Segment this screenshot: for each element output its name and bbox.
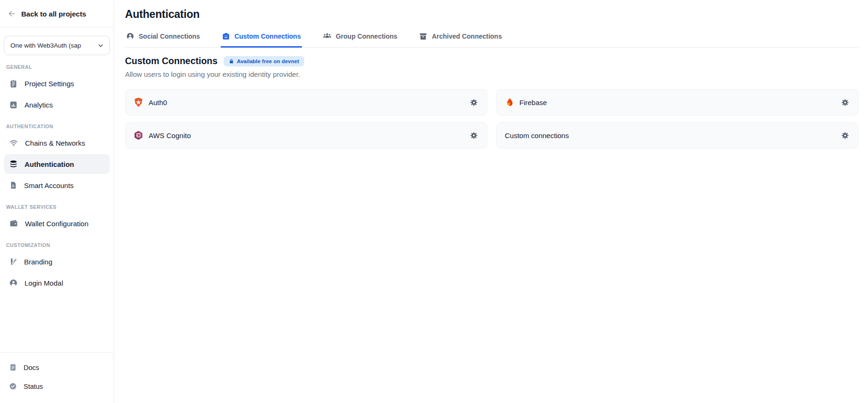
custom-connections-settings-button[interactable] bbox=[840, 131, 850, 140]
aws-cognito-settings-button[interactable] bbox=[469, 131, 479, 140]
sidebar-item-label: Authentication bbox=[25, 160, 74, 168]
sidebar-item-smart-accounts[interactable]: Smart Accounts bbox=[4, 175, 110, 195]
file-icon bbox=[9, 181, 17, 189]
lock-icon bbox=[229, 58, 234, 64]
tab-label: Archived Connections bbox=[432, 33, 502, 40]
sidebar-item-docs[interactable]: Docs bbox=[4, 359, 110, 376]
firebase-settings-button[interactable] bbox=[840, 98, 850, 107]
sidebar-spacer bbox=[0, 294, 114, 352]
wallet-icon bbox=[9, 219, 18, 228]
sidebar-item-label: Chains & Networks bbox=[25, 139, 85, 147]
sidebar-item-login-modal[interactable]: Login Modal bbox=[4, 273, 110, 293]
tab-group-connections[interactable]: Group Connections bbox=[322, 31, 399, 48]
devnet-badge-label: Available free on devnet bbox=[237, 58, 299, 64]
user-circle-icon bbox=[126, 32, 134, 41]
sidebar-item-label: Analytics bbox=[25, 101, 53, 109]
card-label: AWS Cognito bbox=[149, 132, 191, 140]
users-icon bbox=[323, 32, 332, 41]
back-label: Back to all projects bbox=[21, 10, 86, 18]
back-to-projects-button[interactable]: Back to all projects bbox=[0, 0, 114, 27]
sidebar-item-label: Docs bbox=[24, 364, 39, 371]
tab-social-connections[interactable]: Social Connections bbox=[125, 31, 201, 48]
auth0-logo bbox=[134, 97, 143, 107]
section-header-general: GENERAL bbox=[6, 64, 108, 70]
sidebar-item-label: Smart Accounts bbox=[24, 181, 74, 189]
main-content: Authentication Social Connections bbox=[114, 0, 868, 148]
section-header-customization: CUSTOMIZATION bbox=[6, 242, 108, 248]
card-label: Custom connections bbox=[505, 132, 569, 140]
sidebar-item-label: Project Settings bbox=[25, 80, 74, 88]
sidebar-item-wallet-configuration[interactable]: Wallet Configuration bbox=[4, 214, 110, 233]
brush-icon bbox=[9, 257, 17, 266]
sidebar-item-label: Login Modal bbox=[25, 279, 63, 287]
page-title: Authentication bbox=[125, 8, 859, 21]
bar-chart-icon bbox=[9, 100, 18, 109]
tab-bar: Social Connections Custom Connections bbox=[125, 31, 859, 48]
gear-icon bbox=[470, 132, 478, 140]
card-label: Auth0 bbox=[149, 99, 167, 107]
sidebar-item-label: Status bbox=[24, 383, 43, 390]
tab-custom-connections[interactable]: Custom Connections bbox=[221, 31, 302, 48]
firebase-logo bbox=[505, 97, 514, 107]
gear-icon bbox=[841, 99, 849, 107]
user-circle-icon bbox=[9, 279, 18, 288]
sidebar: Back to all projects One with Web3Auth (… bbox=[0, 0, 114, 403]
tab-label: Group Connections bbox=[336, 33, 398, 40]
sidebar-item-project-settings[interactable]: Project Settings bbox=[4, 74, 110, 93]
archive-icon bbox=[419, 32, 427, 41]
sidebar-item-label: Wallet Configuration bbox=[25, 220, 89, 228]
sidebar-nav: GENERAL Project Settings bbox=[0, 55, 114, 294]
card-auth0[interactable]: Auth0 bbox=[125, 89, 487, 115]
connections-grid: Auth0 bbox=[125, 89, 859, 148]
chevron-down-icon bbox=[97, 42, 104, 49]
card-label: Firebase bbox=[519, 99, 547, 107]
devnet-badge: Available free on devnet bbox=[224, 56, 304, 66]
tab-archived-connections[interactable]: Archived Connections bbox=[418, 31, 503, 48]
auth0-settings-button[interactable] bbox=[469, 98, 479, 107]
gear-icon bbox=[470, 99, 478, 107]
clipboard-icon bbox=[9, 79, 18, 88]
section-header-wallet-services: WALLET SERVICES bbox=[6, 204, 108, 210]
wifi-icon bbox=[9, 138, 18, 148]
card-firebase[interactable]: Firebase bbox=[496, 89, 859, 115]
card-custom-connections[interactable]: Custom connections bbox=[496, 122, 859, 148]
section-subtitle: Allow users to login using your existing… bbox=[125, 70, 859, 78]
project-selector[interactable]: One with Web3Auth (sap bbox=[4, 36, 110, 55]
section-title: Custom Connections bbox=[125, 56, 217, 66]
sidebar-footer: Docs Status bbox=[0, 352, 114, 403]
check-circle-icon bbox=[9, 382, 17, 390]
project-selector-value: One with Web3Auth (sap bbox=[10, 42, 81, 49]
section-header-authentication: AUTHENTICATION bbox=[6, 123, 108, 129]
gear-icon bbox=[841, 132, 849, 140]
tab-label: Custom Connections bbox=[234, 33, 301, 40]
arrow-left-icon bbox=[8, 9, 16, 18]
tab-label: Social Connections bbox=[139, 33, 200, 40]
sidebar-item-chains-networks[interactable]: Chains & Networks bbox=[4, 133, 110, 153]
section-header: Custom Connections Available free on dev… bbox=[125, 56, 859, 66]
sidebar-item-status[interactable]: Status bbox=[4, 378, 110, 395]
document-icon bbox=[9, 363, 17, 371]
sidebar-item-authentication[interactable]: Authentication bbox=[4, 154, 110, 174]
sidebar-item-analytics[interactable]: Analytics bbox=[4, 95, 110, 115]
card-aws-cognito[interactable]: AWS Cognito bbox=[125, 122, 487, 148]
sidebar-item-branding[interactable]: Branding bbox=[4, 252, 110, 271]
database-icon bbox=[9, 160, 18, 169]
sidebar-item-label: Branding bbox=[24, 258, 52, 266]
aws-cognito-logo bbox=[134, 130, 143, 140]
id-badge-icon bbox=[222, 32, 230, 41]
